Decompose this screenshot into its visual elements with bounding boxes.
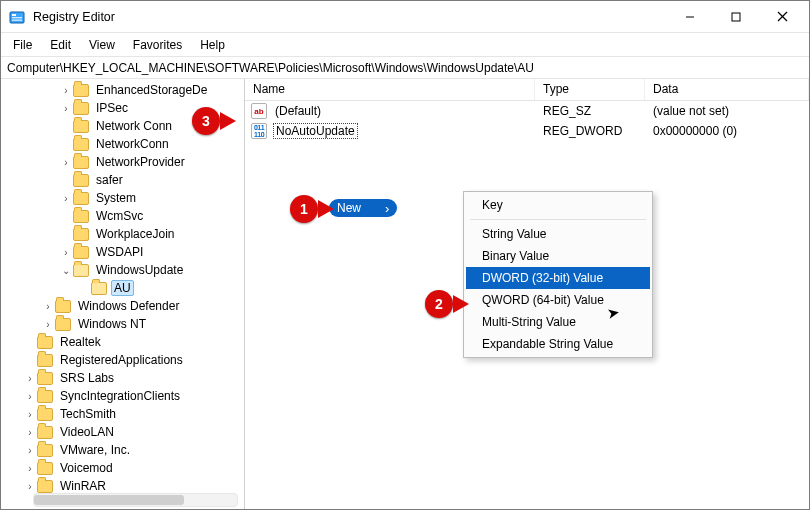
expand-icon[interactable]: ›	[23, 481, 37, 492]
tree-node-label: safer	[93, 172, 126, 188]
tree-node-label: WcmSvc	[93, 208, 146, 224]
tree-node[interactable]: Network Conn	[59, 117, 244, 135]
expand-icon[interactable]: ›	[41, 319, 55, 330]
expand-icon[interactable]: ›	[59, 85, 73, 96]
tree-node-label: WinRAR	[57, 478, 109, 494]
folder-icon	[37, 354, 53, 367]
submenu-dword32[interactable]: DWORD (32-bit) Value	[466, 267, 650, 289]
tree-node[interactable]: RegisteredApplications	[23, 351, 244, 369]
scrollbar-thumb[interactable]	[34, 495, 184, 505]
value-type: REG_DWORD	[535, 124, 645, 138]
context-menu-new-label: New	[337, 201, 361, 215]
value-name: (Default)	[273, 103, 323, 119]
tree-node-label: Windows NT	[75, 316, 149, 332]
tree-node[interactable]: ›Voicemod	[23, 459, 244, 477]
tree-node[interactable]: safer	[59, 171, 244, 189]
tree-node-label: NetworkProvider	[93, 154, 188, 170]
folder-icon	[73, 138, 89, 151]
submenu-key[interactable]: Key	[466, 194, 650, 216]
close-button[interactable]	[759, 2, 805, 32]
expand-icon[interactable]: ›	[23, 409, 37, 420]
tree-node[interactable]: WorkplaceJoin	[59, 225, 244, 243]
tree-pane[interactable]: ›EnhancedStorageDe›IPSecNetwork ConnNetw…	[1, 79, 245, 509]
tree-node[interactable]: ›System	[59, 189, 244, 207]
tree-node[interactable]: ›VMware, Inc.	[23, 441, 244, 459]
expand-icon[interactable]: ›	[59, 157, 73, 168]
tree-node[interactable]: Realtek	[23, 333, 244, 351]
expand-icon[interactable]: ›	[59, 193, 73, 204]
tree-node[interactable]: AU	[77, 279, 244, 297]
tree-node[interactable]: ›Windows NT	[41, 315, 244, 333]
folder-icon	[73, 120, 89, 133]
column-headers[interactable]: Name Type Data	[245, 79, 809, 101]
menu-view[interactable]: View	[81, 35, 123, 55]
tree-node-label: VMware, Inc.	[57, 442, 133, 458]
value-row[interactable]: 011110 NoAutoUpdate REG_DWORD 0x00000000…	[245, 121, 809, 141]
submenu-string[interactable]: String Value	[466, 223, 650, 245]
submenu-multistring[interactable]: Multi-String Value	[466, 311, 650, 333]
folder-icon	[37, 462, 53, 475]
svg-rect-5	[732, 13, 740, 21]
menu-favorites[interactable]: Favorites	[125, 35, 190, 55]
tree-node[interactable]: NetworkConn	[59, 135, 244, 153]
folder-icon	[73, 192, 89, 205]
folder-icon	[73, 156, 89, 169]
menu-edit[interactable]: Edit	[42, 35, 79, 55]
value-name-editing[interactable]: NoAutoUpdate	[273, 123, 358, 139]
tree-node[interactable]: ›TechSmith	[23, 405, 244, 423]
tree-node[interactable]: ›NetworkProvider	[59, 153, 244, 171]
folder-icon	[37, 408, 53, 421]
folder-icon	[55, 318, 71, 331]
tree-node-label: Realtek	[57, 334, 104, 350]
folder-icon	[73, 210, 89, 223]
tree-node-label: VideoLAN	[57, 424, 117, 440]
folder-icon	[55, 300, 71, 313]
expand-icon[interactable]: ›	[59, 247, 73, 258]
tree-node[interactable]: ›Windows Defender	[41, 297, 244, 315]
value-data: 0x00000000 (0)	[645, 124, 809, 138]
folder-icon	[37, 336, 53, 349]
submenu-expandstring[interactable]: Expandable String Value	[466, 333, 650, 355]
maximize-button[interactable]	[713, 2, 759, 32]
minimize-button[interactable]	[667, 2, 713, 32]
col-name[interactable]: Name	[245, 79, 535, 100]
tree-node[interactable]: ›EnhancedStorageDe	[59, 81, 244, 99]
tree-node-label: AU	[111, 280, 134, 296]
folder-icon	[91, 282, 107, 295]
dword-value-icon: 011110	[251, 123, 267, 139]
tree-hscrollbar[interactable]	[33, 493, 238, 507]
menu-help[interactable]: Help	[192, 35, 233, 55]
expand-icon[interactable]: ›	[23, 445, 37, 456]
tree-node[interactable]: ›IPSec	[59, 99, 244, 117]
tree-node[interactable]: ›SRS Labs	[23, 369, 244, 387]
menu-file[interactable]: File	[5, 35, 40, 55]
expand-icon[interactable]: ›	[23, 391, 37, 402]
regedit-icon	[9, 9, 25, 25]
expand-icon[interactable]: ›	[59, 103, 73, 114]
address-bar[interactable]: Computer\HKEY_LOCAL_MACHINE\SOFTWARE\Pol…	[1, 57, 809, 79]
expand-icon[interactable]: ›	[23, 463, 37, 474]
tree-node[interactable]: WcmSvc	[59, 207, 244, 225]
expand-icon[interactable]: ›	[41, 301, 55, 312]
tree-node-label: WorkplaceJoin	[93, 226, 177, 242]
expand-icon[interactable]: ›	[23, 373, 37, 384]
tree-node-label: Windows Defender	[75, 298, 182, 314]
submenu-qword64[interactable]: QWORD (64-bit) Value	[466, 289, 650, 311]
expand-icon[interactable]: ›	[23, 427, 37, 438]
svg-rect-3	[12, 19, 22, 20]
submenu-binary[interactable]: Binary Value	[466, 245, 650, 267]
value-data: (value not set)	[645, 104, 809, 118]
value-row[interactable]: ab (Default) REG_SZ (value not set)	[245, 101, 809, 121]
tree-node[interactable]: ›SyncIntegrationClients	[23, 387, 244, 405]
collapse-icon[interactable]: ⌄	[59, 265, 73, 276]
tree-node[interactable]: ›VideoLAN	[23, 423, 244, 441]
col-data[interactable]: Data	[645, 79, 809, 100]
folder-icon	[73, 228, 89, 241]
titlebar[interactable]: Registry Editor	[1, 1, 809, 33]
values-pane[interactable]: Name Type Data ab (Default) REG_SZ (valu…	[245, 79, 809, 509]
col-type[interactable]: Type	[535, 79, 645, 100]
tree-node[interactable]: ›WSDAPI	[59, 243, 244, 261]
window-title: Registry Editor	[33, 10, 667, 24]
context-menu-new[interactable]: New	[329, 199, 397, 217]
tree-node[interactable]: ⌄WindowsUpdate	[59, 261, 244, 279]
